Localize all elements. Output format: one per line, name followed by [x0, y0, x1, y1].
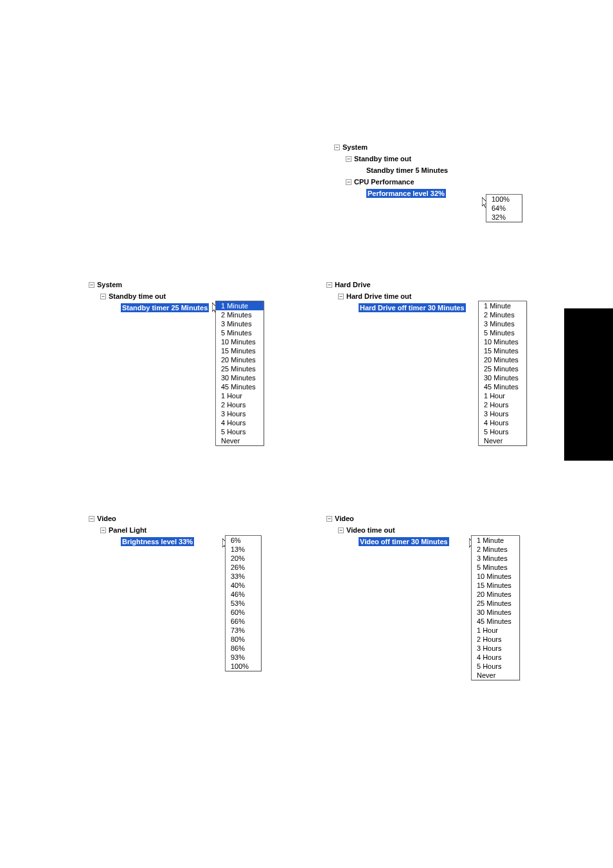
- menu-item[interactable]: 5 Hours: [472, 662, 519, 671]
- menu-item[interactable]: 100%: [486, 195, 522, 204]
- tree-node-panel-light[interactable]: Panel Light: [109, 526, 147, 534]
- context-menu-cpu: 100% 64% 32%: [486, 194, 522, 222]
- collapse-icon[interactable]: −: [100, 294, 106, 299]
- menu-item[interactable]: 3 Minutes: [216, 319, 263, 328]
- menu-item[interactable]: 20 Minutes: [479, 355, 526, 364]
- context-menu-standby: 1 Minute 2 Minutes 3 Minutes 5 Minutes 1…: [215, 301, 264, 446]
- context-menu-video-off: 1 Minute 2 Minutes 3 Minutes 5 Minutes 1…: [471, 535, 520, 680]
- menu-item[interactable]: 15 Minutes: [472, 581, 519, 590]
- menu-item[interactable]: 5 Hours: [216, 427, 263, 436]
- menu-item[interactable]: 3 Minutes: [472, 554, 519, 563]
- collapse-icon[interactable]: −: [326, 516, 332, 522]
- menu-item[interactable]: 3 Hours: [216, 409, 263, 418]
- collapse-icon[interactable]: −: [334, 145, 340, 150]
- menu-item[interactable]: 86%: [226, 644, 261, 653]
- collapse-icon[interactable]: −: [338, 527, 344, 533]
- collapse-icon[interactable]: −: [100, 527, 106, 533]
- menu-item[interactable]: 13%: [226, 545, 261, 554]
- menu-item[interactable]: 6%: [226, 536, 261, 545]
- tree-leaf-hd-off-timer[interactable]: Hard Drive off timer 30 Minutes: [359, 303, 466, 312]
- collapse-icon[interactable]: −: [89, 516, 94, 522]
- menu-item[interactable]: 5 Minutes: [479, 328, 526, 337]
- menu-item[interactable]: 2 Minutes: [479, 310, 526, 319]
- menu-item[interactable]: 15 Minutes: [216, 346, 263, 355]
- menu-item[interactable]: 25 Minutes: [479, 364, 526, 373]
- collapse-icon[interactable]: −: [346, 179, 351, 185]
- menu-item[interactable]: 10 Minutes: [472, 572, 519, 581]
- tree-system-standby: − System − Standby time out Standby time…: [89, 279, 209, 314]
- menu-item[interactable]: 20 Minutes: [216, 355, 263, 364]
- menu-item[interactable]: 64%: [486, 204, 522, 213]
- collapse-icon[interactable]: −: [326, 282, 332, 288]
- menu-item[interactable]: 10 Minutes: [216, 337, 263, 346]
- menu-item[interactable]: 73%: [226, 626, 261, 635]
- menu-item[interactable]: 20 Minutes: [472, 590, 519, 599]
- tree-node-video[interactable]: Video: [97, 515, 116, 522]
- menu-item[interactable]: 45 Minutes: [216, 382, 263, 391]
- menu-item[interactable]: 2 Hours: [216, 400, 263, 409]
- menu-item[interactable]: 40%: [226, 581, 261, 590]
- menu-item[interactable]: 1 Hour: [479, 391, 526, 400]
- menu-item[interactable]: 2 Minutes: [216, 310, 263, 319]
- menu-item[interactable]: 1 Hour: [216, 391, 263, 400]
- menu-item[interactable]: 93%: [226, 653, 261, 662]
- menu-item[interactable]: 4 Hours: [472, 653, 519, 662]
- menu-item[interactable]: 4 Hours: [479, 418, 526, 427]
- tree-leaf-brightness[interactable]: Brightness level 33%: [121, 537, 194, 546]
- tree-node-hd-timeout[interactable]: Hard Drive time out: [346, 292, 411, 300]
- tree-leaf-standby-timer[interactable]: Standby timer 25 Minutes: [121, 303, 209, 312]
- menu-item[interactable]: 30 Minutes: [216, 373, 263, 382]
- tree-node-cpu-performance[interactable]: CPU Performance: [354, 178, 414, 186]
- menu-item[interactable]: 53%: [226, 599, 261, 608]
- menu-item[interactable]: Never: [472, 671, 519, 680]
- menu-item[interactable]: 2 Hours: [479, 400, 526, 409]
- menu-item[interactable]: 4 Hours: [216, 418, 263, 427]
- menu-item[interactable]: 10 Minutes: [479, 337, 526, 346]
- tree-system-cpu: − System − Standby time out Standby time…: [334, 141, 448, 199]
- menu-item[interactable]: 15 Minutes: [479, 346, 526, 355]
- collapse-icon[interactable]: −: [338, 294, 344, 299]
- menu-item[interactable]: 66%: [226, 617, 261, 626]
- menu-item[interactable]: 33%: [226, 572, 261, 581]
- menu-item[interactable]: 1 Minute: [479, 301, 526, 310]
- menu-item[interactable]: 5 Minutes: [472, 563, 519, 572]
- menu-item[interactable]: 25 Minutes: [472, 599, 519, 608]
- menu-item[interactable]: 100%: [226, 662, 261, 671]
- context-menu-brightness: 6% 13% 20% 26% 33% 40% 46% 53% 60% 66% 7…: [225, 535, 262, 671]
- menu-item[interactable]: 1 Hour: [472, 626, 519, 635]
- menu-item[interactable]: 30 Minutes: [472, 608, 519, 617]
- menu-item[interactable]: 5 Minutes: [216, 328, 263, 337]
- menu-item[interactable]: 1 Minute: [472, 536, 519, 545]
- menu-item[interactable]: 32%: [486, 213, 522, 222]
- tree-node-system[interactable]: System: [342, 143, 368, 151]
- menu-item[interactable]: Never: [216, 436, 263, 445]
- tree-leaf-performance-level[interactable]: Performance level 32%: [366, 189, 446, 198]
- menu-item[interactable]: 46%: [226, 590, 261, 599]
- menu-item[interactable]: 30 Minutes: [479, 373, 526, 382]
- tree-leaf-video-off-timer[interactable]: Video off timer 30 Minutes: [359, 537, 449, 546]
- tree-node-system[interactable]: System: [97, 281, 122, 288]
- tree-node-standby-timeout[interactable]: Standby time out: [354, 155, 411, 163]
- tree-node-video[interactable]: Video: [335, 515, 354, 522]
- menu-item[interactable]: 60%: [226, 608, 261, 617]
- collapse-icon[interactable]: −: [89, 282, 94, 288]
- menu-item[interactable]: 45 Minutes: [479, 382, 526, 391]
- tree-node-video-timeout[interactable]: Video time out: [346, 526, 395, 534]
- menu-item[interactable]: 3 Hours: [479, 409, 526, 418]
- menu-item[interactable]: 3 Hours: [472, 644, 519, 653]
- menu-item[interactable]: 25 Minutes: [216, 364, 263, 373]
- menu-item[interactable]: 2 Hours: [472, 635, 519, 644]
- menu-item[interactable]: 20%: [226, 554, 261, 563]
- menu-item[interactable]: 1 Minute: [216, 301, 263, 310]
- collapse-icon[interactable]: −: [346, 156, 351, 162]
- menu-item[interactable]: 5 Hours: [479, 427, 526, 436]
- menu-item[interactable]: Never: [479, 436, 526, 445]
- menu-item[interactable]: 45 Minutes: [472, 617, 519, 626]
- tree-leaf-standby-timer[interactable]: Standby timer 5 Minutes: [366, 166, 448, 174]
- menu-item[interactable]: 26%: [226, 563, 261, 572]
- tree-node-standby-timeout[interactable]: Standby time out: [109, 292, 166, 300]
- menu-item[interactable]: 3 Minutes: [479, 319, 526, 328]
- menu-item[interactable]: 2 Minutes: [472, 545, 519, 554]
- tree-node-harddrive[interactable]: Hard Drive: [335, 281, 371, 288]
- menu-item[interactable]: 80%: [226, 635, 261, 644]
